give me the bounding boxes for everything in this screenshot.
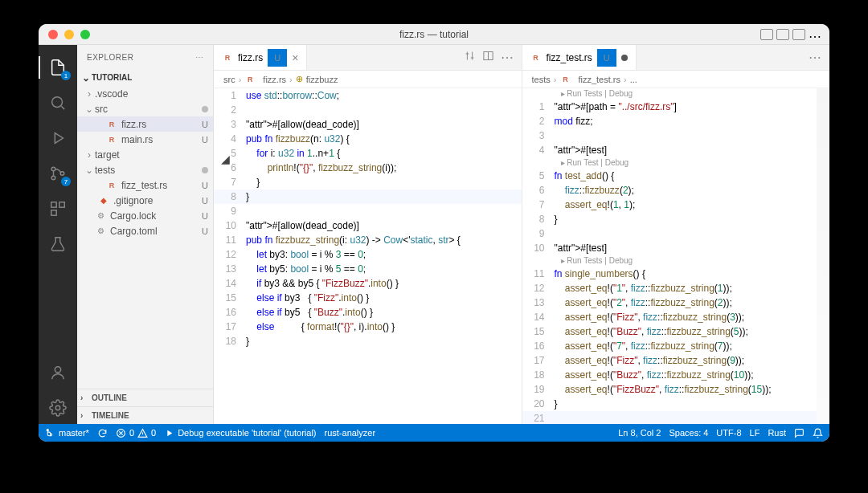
editor-pane-left: fizz.rs U × ⋯ src› fizz.rs› ⊕fizzbuzz xyxy=(214,45,522,424)
explorer-activity[interactable]: 1 xyxy=(39,51,77,84)
outline-section[interactable]: › OUTLINE xyxy=(77,389,213,406)
compare-icon[interactable] xyxy=(464,50,476,65)
folder-root[interactable]: ⌄ TUTORIAL xyxy=(77,69,213,86)
window-title: fizz.rs — tutorial xyxy=(399,29,469,40)
traffic-lights xyxy=(48,30,90,39)
more-icon[interactable]: ⋯ xyxy=(501,50,514,65)
node-label: fizz_test.rs xyxy=(121,180,199,191)
svg-point-1 xyxy=(51,167,55,171)
codelens[interactable]: ▸ Run Tests | Debug xyxy=(522,255,830,267)
dirty-dot-icon xyxy=(202,167,208,173)
node-label: target xyxy=(95,149,208,161)
codelens[interactable]: ▸ Run Test | Debug xyxy=(522,157,830,169)
folder-node[interactable]: ⌄tests xyxy=(77,162,213,177)
node-label: .vscode xyxy=(95,88,208,100)
file-node[interactable]: fizz_test.rsU xyxy=(77,177,213,193)
status-bar: master* 0 0 Debug executable 'tutorial' … xyxy=(39,424,829,442)
code-editor-right[interactable]: ▸ Run Tests | Debug1"attr">#[path = "../… xyxy=(522,88,830,424)
rust-icon xyxy=(106,119,117,130)
rust-icon xyxy=(530,52,542,63)
tab-git-status: U xyxy=(597,49,616,67)
folder-root-label: TUTORIAL xyxy=(92,73,132,82)
chevron-icon: › xyxy=(84,149,95,161)
explorer-header: EXPLORER ⋯ xyxy=(77,45,213,69)
git-icon xyxy=(98,195,109,206)
close-window-button[interactable] xyxy=(48,30,58,39)
chevron-right-icon: › xyxy=(80,393,92,402)
file-node[interactable]: main.rsU xyxy=(77,132,213,147)
rust-icon xyxy=(222,52,233,63)
svg-point-0 xyxy=(52,97,63,108)
rust-icon xyxy=(244,74,256,85)
search-activity[interactable] xyxy=(39,87,77,119)
sync-status[interactable] xyxy=(97,428,108,438)
node-label: src xyxy=(95,104,199,115)
branch-status[interactable]: master* xyxy=(45,428,89,438)
timeline-section[interactable]: › TIMELINE xyxy=(77,406,213,424)
extensions-activity[interactable] xyxy=(39,193,77,225)
code-editor-left[interactable]: 1use std::borrow::Cow;23"attr">#[allow(d… xyxy=(214,88,522,424)
git-status: U xyxy=(202,135,208,145)
node-label: .gitignore xyxy=(113,195,199,206)
svg-rect-5 xyxy=(59,202,64,207)
breadcrumbs-right[interactable]: tests› fizz_test.rs› ... xyxy=(522,71,830,88)
file-node[interactable]: fizz.rsU xyxy=(77,116,213,132)
folder-node[interactable]: ›.vscode xyxy=(77,86,213,101)
scm-activity[interactable]: 7 xyxy=(39,157,77,189)
explorer-badge: 1 xyxy=(61,71,71,80)
eol-status[interactable]: LF xyxy=(750,428,760,438)
editor-group: fizz.rs U × ⋯ src› fizz.rs› ⊕fizzbuzz xyxy=(214,45,829,424)
tab-git-status: U xyxy=(268,49,287,67)
testing-activity[interactable] xyxy=(39,228,77,260)
breadcrumbs-left[interactable]: src› fizz.rs› ⊕fizzbuzz xyxy=(214,71,522,88)
explorer-title: EXPLORER xyxy=(87,53,133,62)
rust-icon xyxy=(559,74,571,85)
file-node[interactable]: Cargo.tomlU xyxy=(77,223,213,238)
rust-analyzer-status[interactable]: rust-analyzer xyxy=(325,428,376,438)
toml-icon xyxy=(95,210,106,222)
node-label: fizz.rs xyxy=(121,119,199,130)
activity-bar: 1 7 xyxy=(39,45,77,424)
layout-controls[interactable]: ⋯ xyxy=(760,29,821,40)
chevron-down-icon: ⌄ xyxy=(80,72,92,84)
breakpoint-marker-icon: ◢ xyxy=(221,153,230,165)
git-status: U xyxy=(202,226,208,236)
git-status: U xyxy=(202,196,208,206)
folder-node[interactable]: ⌄src xyxy=(77,101,213,116)
zoom-window-button[interactable] xyxy=(80,30,90,39)
cursor-position[interactable]: Ln 8, Col 2 xyxy=(618,428,661,438)
file-node[interactable]: Cargo.lockU xyxy=(77,208,213,223)
minimize-window-button[interactable] xyxy=(64,30,74,39)
tab-fizz[interactable]: fizz.rs U × xyxy=(214,45,307,70)
file-node[interactable]: .gitignoreU xyxy=(77,193,213,208)
language-status[interactable]: Rust xyxy=(768,428,786,438)
close-icon[interactable]: × xyxy=(292,52,298,63)
node-label: Cargo.toml xyxy=(110,226,199,237)
settings-activity[interactable] xyxy=(39,392,77,424)
tab-label: fizz_test.rs xyxy=(547,52,592,63)
svg-point-2 xyxy=(51,176,55,180)
git-status: U xyxy=(202,120,208,129)
indent-status[interactable]: Spaces: 4 xyxy=(669,428,708,438)
accounts-activity[interactable] xyxy=(39,357,77,389)
tab-label: fizz.rs xyxy=(238,52,263,63)
tab-fizz-test[interactable]: fizz_test.rs U xyxy=(522,45,637,70)
minimap[interactable] xyxy=(817,88,829,424)
problems-status[interactable]: 0 0 xyxy=(116,428,156,438)
debug-activity[interactable] xyxy=(39,122,77,154)
vscode-window: fizz.rs — tutorial ⋯ 1 7 xyxy=(39,24,829,442)
tabs-left: fizz.rs U × ⋯ xyxy=(214,45,522,71)
debug-target[interactable]: Debug executable 'tutorial' (tutorial) xyxy=(164,428,316,438)
rust-icon xyxy=(106,180,117,191)
encoding-status[interactable]: UTF-8 xyxy=(716,428,741,438)
titlebar: fizz.rs — tutorial ⋯ xyxy=(39,24,829,45)
more-icon[interactable]: ⋯ xyxy=(809,50,821,65)
split-icon[interactable] xyxy=(482,50,494,65)
chevron-right-icon: › xyxy=(80,411,92,420)
folder-node[interactable]: ›target xyxy=(77,147,213,162)
bell-icon[interactable] xyxy=(813,428,823,438)
svg-rect-6 xyxy=(51,210,56,215)
explorer-more-icon[interactable]: ⋯ xyxy=(195,53,204,62)
codelens[interactable]: ▸ Run Tests | Debug xyxy=(522,88,830,100)
feedback-icon[interactable] xyxy=(794,428,805,438)
